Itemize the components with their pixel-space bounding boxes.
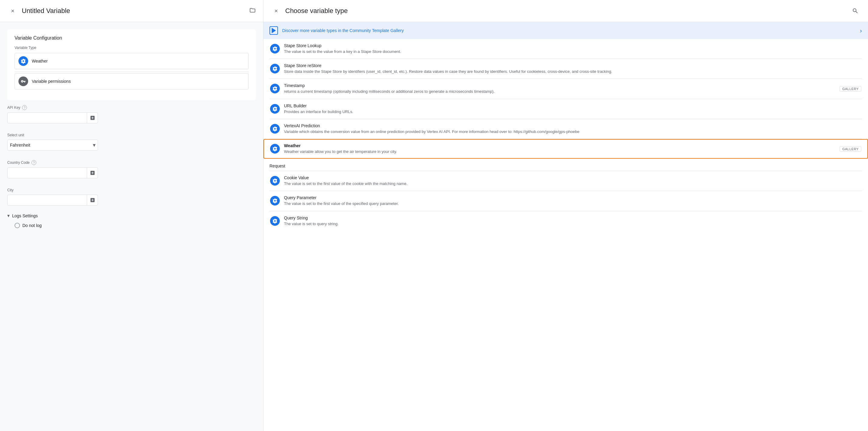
api-key-section: API Key ? bbox=[0, 100, 263, 128]
country-code-help-icon[interactable]: ? bbox=[31, 160, 36, 165]
list-item[interactable]: Cookie Value The value is set to the fir… bbox=[264, 171, 868, 191]
item-gear-icon bbox=[270, 64, 280, 73]
item-text: VertexAI Prediction Variable which obtai… bbox=[284, 123, 861, 134]
gallery-badge: GALLERY bbox=[840, 86, 861, 92]
api-key-input[interactable] bbox=[7, 113, 87, 123]
folder-icon[interactable] bbox=[249, 7, 256, 15]
left-close-button[interactable]: × bbox=[7, 5, 18, 16]
list-item[interactable]: VertexAI Prediction Variable which obtai… bbox=[264, 119, 868, 139]
city-input[interactable] bbox=[7, 195, 87, 205]
right-close-button[interactable]: × bbox=[271, 5, 282, 16]
svg-marker-0 bbox=[272, 28, 276, 33]
api-key-help-icon[interactable]: ? bbox=[22, 105, 27, 110]
city-label: City bbox=[7, 188, 256, 192]
weather-item-name: Weather bbox=[284, 143, 835, 148]
community-chevron-icon: › bbox=[860, 27, 862, 34]
right-header: × Choose variable type bbox=[264, 0, 868, 22]
city-input-row bbox=[7, 195, 98, 205]
community-banner[interactable]: Discover more variable types in the Comm… bbox=[264, 22, 868, 39]
item-text: Stape Store Lookup The value is set to t… bbox=[284, 43, 861, 55]
city-section: City bbox=[0, 183, 263, 210]
logs-title: Logs Settings bbox=[12, 213, 38, 218]
item-name: URL Builder bbox=[284, 103, 861, 108]
item-desc: Provides an interface for building URLs. bbox=[284, 109, 861, 114]
do-not-log-radio[interactable] bbox=[14, 223, 20, 228]
item-text: Query Parameter The value is set to the … bbox=[284, 195, 861, 206]
item-desc: The value is set to the first value of t… bbox=[284, 181, 861, 187]
item-name: Timestamp bbox=[284, 83, 835, 88]
item-text: URL Builder Provides an interface for bu… bbox=[284, 103, 861, 114]
item-name: VertexAI Prediction bbox=[284, 123, 861, 128]
community-icon bbox=[270, 26, 278, 35]
variable-permissions-name: Variable permissions bbox=[32, 79, 71, 84]
variable-configuration-section: Variable Configuration Variable Type Wea… bbox=[7, 29, 256, 100]
item-gear-icon bbox=[270, 44, 280, 54]
country-code-addon-button[interactable] bbox=[87, 168, 98, 178]
left-content: Variable Configuration Variable Type Wea… bbox=[0, 22, 263, 431]
right-panel: × Choose variable type Discover more var… bbox=[263, 0, 868, 431]
list-item[interactable]: Query Parameter The value is set to the … bbox=[264, 191, 868, 211]
item-name: Stape Store reStore bbox=[284, 63, 861, 68]
do-not-log-row[interactable]: Do not log bbox=[7, 221, 256, 230]
item-desc: The value is set to the value from a key… bbox=[284, 49, 861, 55]
item-text: Cookie Value The value is set to the fir… bbox=[284, 175, 861, 187]
left-panel: × Untitled Variable Variable Configurati… bbox=[0, 0, 263, 431]
item-gear-icon bbox=[270, 216, 280, 226]
search-button[interactable] bbox=[850, 5, 861, 16]
item-desc: Variable which obtains the conversion va… bbox=[284, 129, 861, 134]
item-name: Stape Store Lookup bbox=[284, 43, 861, 48]
country-code-input-row bbox=[7, 167, 98, 178]
weather-list-item[interactable]: Weather Weather variable allow you to ge… bbox=[264, 139, 868, 159]
weather-item-desc: Weather variable allow you to get the ai… bbox=[284, 149, 835, 155]
item-text: Stape Store reStore Store data inside th… bbox=[284, 63, 861, 74]
right-panel-title: Choose variable type bbox=[285, 7, 846, 15]
do-not-log-label: Do not log bbox=[22, 223, 42, 228]
weather-gear-icon bbox=[19, 56, 28, 66]
item-name: Cookie Value bbox=[284, 175, 861, 180]
list-item[interactable]: Query String The value is set to query s… bbox=[264, 211, 868, 231]
select-unit-wrapper: Fahrenheit Celsius ▾ bbox=[7, 140, 98, 151]
variable-type-weather-row[interactable]: Weather bbox=[14, 53, 249, 69]
logs-settings-toggle[interactable]: ▾ Logs Settings bbox=[7, 210, 256, 221]
left-header: × Untitled Variable bbox=[0, 0, 263, 22]
select-unit-section: Select unit Fahrenheit Celsius ▾ bbox=[0, 128, 263, 155]
weather-gallery-badge: GALLERY bbox=[840, 146, 861, 152]
weather-item-gear-icon bbox=[270, 144, 280, 154]
item-name: Query Parameter bbox=[284, 195, 861, 200]
item-text: Query String The value is set to query s… bbox=[284, 216, 861, 227]
variable-permissions-row[interactable]: Variable permissions bbox=[14, 73, 249, 90]
item-gear-icon bbox=[270, 176, 280, 186]
variable-list: Stape Store Lookup The value is set to t… bbox=[264, 39, 868, 431]
logs-section: ▾ Logs Settings Do not log bbox=[0, 210, 263, 237]
item-text: Timestamp returns a current timestamp (o… bbox=[284, 83, 835, 94]
country-code-label: Country Code ? bbox=[7, 160, 256, 165]
select-unit-dropdown[interactable]: Fahrenheit Celsius bbox=[7, 140, 98, 151]
item-gear-icon bbox=[270, 124, 280, 134]
page-title: Untitled Variable bbox=[22, 7, 246, 15]
logs-chevron-icon: ▾ bbox=[7, 213, 10, 219]
weather-item-text: Weather Weather variable allow you to ge… bbox=[284, 143, 835, 155]
section-title: Variable Configuration bbox=[14, 35, 249, 41]
list-item[interactable]: Stape Store reStore Store data inside th… bbox=[264, 59, 868, 78]
api-key-addon-button[interactable] bbox=[87, 113, 98, 123]
item-gear-icon bbox=[270, 84, 280, 93]
item-desc: The value is set to query string. bbox=[284, 221, 861, 227]
variable-type-label: Variable Type bbox=[14, 46, 249, 50]
item-desc: Store data inside the Stape Store by ide… bbox=[284, 69, 861, 74]
api-key-input-row bbox=[7, 112, 98, 123]
community-text: Discover more variable types in the Comm… bbox=[282, 28, 856, 33]
request-section-header: Request bbox=[264, 159, 868, 171]
item-desc: returns a current timestamp (optionally … bbox=[284, 89, 835, 94]
api-key-label: API Key ? bbox=[7, 105, 256, 110]
list-item[interactable]: URL Builder Provides an interface for bu… bbox=[264, 99, 868, 119]
city-addon-button[interactable] bbox=[87, 195, 98, 205]
country-code-input[interactable] bbox=[7, 168, 87, 178]
weather-type-name: Weather bbox=[32, 59, 48, 63]
list-item[interactable]: Stape Store Lookup The value is set to t… bbox=[264, 39, 868, 59]
item-gear-icon bbox=[270, 104, 280, 114]
list-item[interactable]: Timestamp returns a current timestamp (o… bbox=[264, 79, 868, 99]
country-code-section: Country Code ? bbox=[0, 155, 263, 183]
divider bbox=[14, 72, 249, 72]
item-desc: The value is set to the first value of t… bbox=[284, 201, 861, 206]
item-gear-icon bbox=[270, 196, 280, 205]
